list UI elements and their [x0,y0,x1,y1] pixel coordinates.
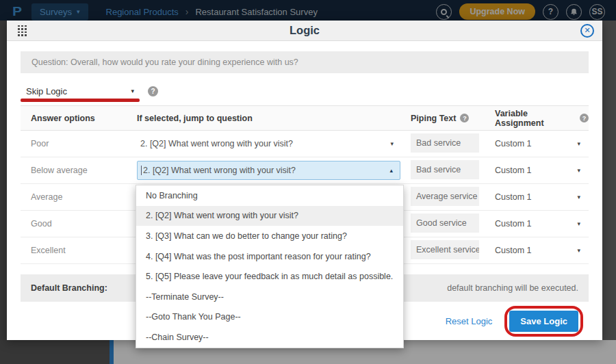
col-answer-options: Answer options [21,114,137,123]
modal-title: Logic [7,24,602,37]
logic-modal: Logic ✕ Question: Overall, how would you… [7,21,602,340]
drag-handle-icon[interactable] [18,25,27,36]
annotation-highlight-oval: Save Logic [504,306,583,337]
jump-select-value: 2. [Q2] What went wrong with your visit? [141,166,296,175]
variable-select-value: Custom 1 [495,192,532,202]
col-variable: Variable Assignment? [495,109,589,128]
reset-logic-link[interactable]: Reset Logic [446,316,493,326]
variable-select[interactable]: Custom 1 [495,139,589,148]
table-row: Below average 2. [Q2] What went wrong wi… [21,157,589,184]
help-icon[interactable]: ? [580,114,589,122]
col-jump: If selected, jump to question [137,114,411,123]
dropdown-option[interactable]: 4. [Q4] What was the post important reas… [136,246,403,267]
variable-select-value: Custom 1 [495,246,532,255]
help-icon[interactable]: ? [148,86,158,96]
jump-dropdown-panel: No Branching2. [Q2] What went wrong with… [136,185,404,348]
logic-type-select[interactable]: Skip Logic ▾ [21,86,138,96]
piping-text-input[interactable]: Excellent service [411,240,479,259]
dropdown-option[interactable]: --Goto Thank You Page-- [136,307,403,328]
piping-text-input[interactable]: Good service [411,213,479,233]
jump-cell: 2. [Q2] What went wrong with your visit? [137,131,411,157]
jump-select[interactable]: 2. [Q2] What went wrong with your visit? [137,134,400,153]
question-bar: Question: Overall, how would you rate yo… [21,51,589,73]
help-icon[interactable]: ? [460,114,469,122]
dropdown-option[interactable]: No Branching [136,185,403,206]
question-text: Question: Overall, how would you rate yo… [31,57,298,67]
variable-select[interactable]: Custom 1 [495,219,589,229]
answer-option-label: Average [21,192,137,202]
piping-text-input[interactable]: Bad service [411,133,479,153]
annotation-underline [21,99,140,102]
answer-option-label: Excellent [21,246,137,255]
variable-select[interactable]: Custom 1 [495,166,589,175]
dropdown-option[interactable]: 5. [Q5] Please leave your feedback in as… [136,266,403,287]
variable-select[interactable]: Custom 1 [495,192,589,202]
table-header: Answer options If selected, jump to ques… [21,105,589,131]
jump-select-value: 2. [Q2] What went wrong with your visit? [140,139,293,148]
piping-text-input[interactable]: Average service [411,187,479,206]
jump-select[interactable]: 2. [Q2] What went wrong with your visit? [137,161,400,180]
save-logic-button[interactable]: Save Logic [509,311,578,332]
logic-type-value: Skip Logic [26,86,67,96]
col-piping: Piping Text? [411,114,495,123]
close-button[interactable]: ✕ [580,24,594,38]
default-branching-label: Default Branching: [21,283,107,293]
screen: P Surveys ▾ Regional Products › Restaura… [0,0,616,364]
dropdown-option[interactable]: --Chain Survey-- [136,327,403,348]
dropdown-option[interactable]: 2. [Q2] What went wrong with your visit? [136,206,403,226]
piping-text-input[interactable]: Bad service [411,160,479,179]
answer-option-label: Good [21,219,137,229]
dropdown-option[interactable]: --Terminate Survey-- [136,287,403,307]
variable-select-value: Custom 1 [495,139,532,148]
logic-type-row: Skip Logic ▾ ? [21,82,589,100]
variable-select-value: Custom 1 [495,166,532,175]
answer-option-label: Poor [21,139,137,148]
modal-header: Logic ✕ [7,21,602,41]
answer-option-label: Below average [21,166,137,175]
dropdown-option[interactable]: 3. [Q3] What can we do better to change … [136,226,403,246]
jump-cell: 2. [Q2] What went wrong with your visit? [137,157,411,183]
variable-select[interactable]: Custom 1 [495,246,589,255]
table-row: Poor 2. [Q2] What went wrong with your v… [21,131,589,157]
close-icon: ✕ [584,26,590,35]
variable-select-value: Custom 1 [495,219,532,229]
chevron-down-icon: ▾ [131,88,134,94]
default-branching-note: default branching will be executed. [447,283,589,293]
